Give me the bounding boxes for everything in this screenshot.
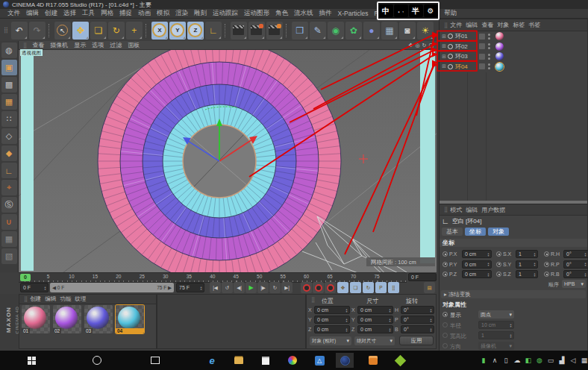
wireframe-cone[interactable] [316, 242, 332, 270]
texture-mode-button[interactable]: ▩ [1, 77, 17, 92]
om-menu-标签[interactable]: 标签 [513, 21, 528, 29]
visibility-dot-top[interactable] [488, 43, 490, 46]
coords-grip-icon[interactable]: ⣿ [311, 297, 315, 303]
ime-chinese-button[interactable]: 中 [379, 4, 393, 17]
file-explorer-icon[interactable] [230, 354, 248, 366]
current-frame-corner-field[interactable]: 0 F [408, 273, 437, 281]
menu-编辑[interactable]: 编辑 [23, 9, 42, 18]
backdrop-plane-left[interactable] [21, 54, 34, 271]
coord-field-R.H-spinner[interactable]: ▴▾ [583, 252, 588, 257]
key-radio-S.Y[interactable] [496, 262, 501, 267]
visibility-dot-bottom[interactable] [488, 57, 490, 60]
goto-start-button[interactable]: |◀ [210, 282, 221, 293]
coords-size-dropdown[interactable]: 绝对尺寸▾ [354, 336, 395, 345]
visibility-dot-top[interactable] [488, 34, 490, 36]
points-mode-button[interactable]: ∷ [1, 111, 17, 127]
layer-chip[interactable] [479, 34, 485, 40]
cinema4d-taskbar-icon[interactable] [336, 353, 354, 368]
live-selection-tool[interactable]: ↖ [54, 22, 71, 40]
material-01[interactable]: 01 [22, 305, 50, 333]
coords-rot-field-H0-spinner[interactable]: ▴▾ [428, 308, 434, 313]
visibility-dots[interactable] [488, 43, 490, 49]
coords-pos-field-Z2-spinner[interactable]: ▴▾ [344, 327, 349, 332]
key-radio-P.Y[interactable] [442, 262, 448, 267]
timeline-window-button[interactable]: ▤ [424, 282, 435, 293]
usb-device-icon[interactable]: ▮ [478, 354, 489, 366]
visibility-dot-top[interactable] [488, 54, 490, 56]
material-menu-编辑[interactable]: 编辑 [45, 295, 60, 303]
material-menu-功能[interactable]: 功能 [60, 295, 75, 303]
play-reverse-button[interactable]: ↺ [222, 282, 233, 293]
material-thumb-环01[interactable] [495, 32, 504, 40]
green-app-icon[interactable] [391, 354, 409, 366]
coords-size-field-Y1-spinner[interactable]: ▴▾ [387, 318, 392, 322]
undo-button[interactable]: ↶ [11, 22, 28, 40]
frame-range-slider[interactable]: ◀ 0 F75 F ▶ [50, 283, 174, 292]
play-forward-button[interactable]: ▶ [245, 282, 257, 293]
timeline-ruler[interactable]: 0510152025303540455055606570750 [19, 272, 407, 283]
object-label[interactable]: 环03 [455, 52, 468, 60]
edge-icon[interactable]: e [203, 354, 221, 366]
add-environment-menu[interactable]: ▦ [381, 22, 398, 40]
material-thumb-环04[interactable] [495, 63, 504, 71]
zoom-view-icon[interactable]: ◎ [415, 43, 419, 48]
key-pla-toggle[interactable]: ⣿ [388, 282, 399, 293]
expand-icon[interactable]: ⊞ [442, 43, 446, 49]
move-tool[interactable]: ✥ [72, 22, 89, 40]
prop-radio-方向[interactable] [442, 343, 448, 348]
add-cube-menu[interactable]: ❒ [292, 22, 308, 40]
autokey-toggle-button[interactable] [313, 282, 324, 293]
rotation-order-dropdown[interactable]: HPB▾ [562, 280, 586, 288]
menu-雕刻[interactable]: 雕刻 [191, 9, 210, 18]
coord-field-P.X[interactable]: 0 cm▴▾ [462, 250, 492, 258]
keyframe-selection-button[interactable] [325, 282, 336, 293]
redo-button[interactable]: ↷ [29, 22, 46, 40]
wireframe-cone[interactable] [317, 216, 344, 264]
workplane-lock-button[interactable]: ▦ [1, 231, 17, 247]
material-04[interactable]: 04 [116, 305, 144, 333]
coords-pos-field-X0[interactable]: 0 cm▴▾ [314, 306, 350, 314]
coord-field-S.X[interactable]: 1▴▾ [516, 250, 538, 258]
coords-pos-field-Z2[interactable]: 0 cm▴▾ [314, 325, 350, 333]
orange-app-icon[interactable] [364, 354, 382, 366]
display-dropdown[interactable]: 圆点▾ [478, 310, 514, 319]
menu-X-Particles[interactable]: X-Particles [335, 10, 372, 17]
prop-radio-宽高比[interactable] [442, 333, 448, 338]
object-row-环04[interactable]: ⊞环04 [440, 62, 587, 72]
layer-chip[interactable] [479, 43, 485, 49]
cloud-icon[interactable]: ☁ [512, 354, 522, 366]
object-row-环03[interactable]: ⊞环03 [440, 51, 587, 61]
menu-运动跟踪[interactable]: 运动跟踪 [210, 9, 241, 18]
backdrop-plane-right[interactable] [420, 50, 435, 263]
object-label[interactable]: 环04 [455, 63, 468, 71]
visibility-dot-top[interactable] [488, 63, 490, 66]
lock-y-axis-button[interactable]: Y [169, 22, 186, 40]
key-radio-R.H[interactable] [544, 251, 549, 257]
coord-field-S.Y[interactable]: 1▴▾ [516, 260, 538, 269]
object-label[interactable]: 环01 [455, 32, 468, 40]
quantize-button[interactable]: ▧ [1, 248, 17, 264]
viewport-name-label[interactable]: 透视视图 [20, 49, 43, 56]
cortana-search-button[interactable] [88, 354, 106, 366]
coords-rot-field-B2[interactable]: 0°▴▾ [401, 325, 434, 333]
om-menu-书签[interactable]: 书签 [528, 21, 544, 29]
coord-field-S.Z[interactable]: 1▴▾ [516, 270, 538, 278]
render-view-button[interactable] [231, 22, 247, 40]
network-icon[interactable]: ▟ [557, 354, 567, 366]
coords-rot-field-H0[interactable]: 0°▴▾ [401, 306, 434, 314]
coords-rot-field-P1[interactable]: 0°▴▾ [401, 316, 434, 324]
freeze-transform-section[interactable]: ▸ 冻结变换 [441, 290, 586, 298]
am-menu-用户数据[interactable]: 用户数据 [481, 206, 509, 214]
scale-tool[interactable]: ❏ [90, 22, 107, 40]
keyboard-icon[interactable]: ▦ [579, 354, 588, 366]
lock-x-axis-button[interactable]: X [151, 22, 168, 40]
expand-icon[interactable]: ⊞ [442, 63, 446, 69]
pinwheel-app-icon[interactable] [284, 354, 301, 366]
key-rotation-toggle[interactable]: ↻ [363, 282, 374, 293]
material-thumb-环03[interactable] [495, 52, 504, 60]
menu-渲染[interactable]: 渲染 [172, 9, 191, 18]
object-label[interactable]: 环02 [455, 43, 468, 51]
viewport-menu-过滤[interactable]: 过滤 [107, 41, 125, 49]
coords-size-field-Z2-spinner[interactable]: ▴▾ [387, 327, 392, 332]
coord-field-R.H[interactable]: 0°▴▾ [563, 250, 588, 258]
